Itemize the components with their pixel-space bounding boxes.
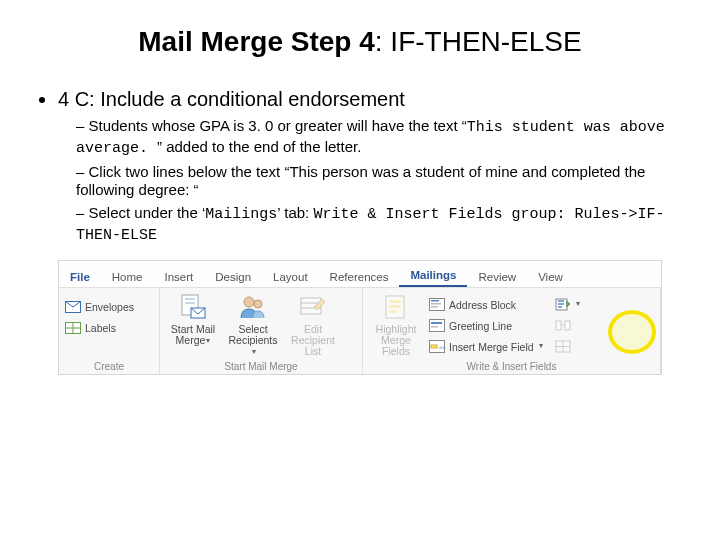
match-fields-button[interactable] (555, 317, 580, 335)
match-fields-icon (555, 319, 571, 333)
greeting-line-icon (429, 319, 445, 333)
start-mail-merge-button[interactable]: Start Mail Merge▾ (166, 292, 220, 346)
envelope-icon (65, 300, 81, 314)
sub-bullet-2: Click two lines below the text “This per… (76, 163, 690, 201)
svg-point-8 (244, 297, 254, 307)
tab-home[interactable]: Home (101, 266, 154, 287)
bullet-main-text: 4 C: Include a conditional endorsement (58, 88, 405, 110)
svg-rect-16 (389, 310, 397, 313)
svg-rect-25 (431, 345, 437, 348)
title-rest: : IF-THEN-ELSE (375, 26, 582, 57)
svg-text:«»: «» (439, 344, 445, 350)
group-create-label: Create (65, 359, 153, 372)
sub-bullets: Students whose GPA is 3. 0 or greater wi… (58, 117, 690, 246)
tab-design[interactable]: Design (204, 266, 262, 287)
svg-rect-5 (185, 298, 195, 300)
group-startmm-label: Start Mail Merge (166, 359, 356, 372)
address-block-button[interactable]: Address Block (429, 296, 543, 314)
svg-rect-21 (430, 320, 445, 332)
greeting-line-button[interactable]: Greeting Line (429, 317, 543, 335)
tab-insert[interactable]: Insert (154, 266, 205, 287)
envelopes-button[interactable]: Envelopes (65, 298, 134, 316)
tab-review[interactable]: Review (467, 266, 527, 287)
page-title: Mail Merge Step 4: IF-THEN-ELSE (30, 26, 690, 58)
address-block-icon (429, 298, 445, 312)
insert-merge-field-button[interactable]: «» Insert Merge Field ▾ (429, 338, 543, 356)
sub-bullet-1: Students whose GPA is 3. 0 or greater wi… (76, 117, 690, 159)
svg-rect-22 (431, 322, 442, 324)
svg-rect-20 (431, 306, 438, 308)
chevron-down-icon: ▾ (576, 299, 580, 308)
group-write-label: Write & Insert Fields (369, 359, 654, 372)
svg-rect-23 (431, 326, 438, 328)
highlight-merge-fields-icon (381, 292, 411, 322)
group-write-insert-fields: Highlight Merge Fields Address Block (363, 288, 661, 374)
svg-rect-15 (389, 305, 401, 308)
tab-layout[interactable]: Layout (262, 266, 319, 287)
bullet-main: 4 C: Include a conditional endorsement S… (58, 88, 690, 246)
start-mail-merge-icon (178, 292, 208, 322)
highlight-merge-fields-button[interactable]: Highlight Merge Fields (369, 292, 423, 357)
group-create: Envelopes Labels Create (59, 288, 160, 374)
bullet-list: 4 C: Include a conditional endorsement S… (30, 88, 690, 246)
labels-icon (65, 321, 81, 335)
tab-file[interactable]: File (59, 266, 101, 287)
word-ribbon: File Home Insert Design Layout Reference… (58, 260, 662, 375)
svg-rect-19 (431, 303, 441, 305)
tab-references[interactable]: References (319, 266, 400, 287)
svg-rect-6 (185, 302, 195, 304)
edit-recipient-list-button[interactable]: Edit Recipient List (286, 292, 340, 357)
tab-view[interactable]: View (527, 266, 574, 287)
chevron-down-icon: ▾ (206, 337, 210, 345)
rules-button[interactable]: ▾ (555, 296, 580, 314)
chevron-down-icon: ▾ (252, 348, 256, 356)
svg-rect-28 (556, 321, 561, 330)
title-bold: Mail Merge Step 4 (138, 26, 375, 57)
select-recipients-button[interactable]: Select Recipients▾ (226, 292, 280, 357)
labels-button[interactable]: Labels (65, 319, 134, 337)
ribbon-groups: Envelopes Labels Create (59, 288, 661, 374)
ribbon-tabs: File Home Insert Design Layout Reference… (59, 261, 661, 288)
group-start-mail-merge: Start Mail Merge▾ Select Recipients▾ Edi… (160, 288, 363, 374)
svg-rect-18 (431, 300, 439, 302)
svg-rect-14 (389, 300, 401, 303)
insert-merge-field-icon: «» (429, 340, 445, 354)
chevron-down-icon: ▾ (539, 341, 543, 350)
rules-icon (555, 298, 571, 312)
edit-recipient-list-icon (298, 292, 328, 322)
svg-rect-29 (565, 321, 570, 330)
select-recipients-icon (238, 292, 268, 322)
svg-point-9 (254, 300, 262, 308)
update-labels-icon (555, 340, 571, 354)
sub-bullet-3: Select under the ‘Mailings’ tab: Write &… (76, 204, 690, 246)
update-labels-button[interactable] (555, 338, 580, 356)
tab-mailings[interactable]: Mailings (399, 264, 467, 287)
